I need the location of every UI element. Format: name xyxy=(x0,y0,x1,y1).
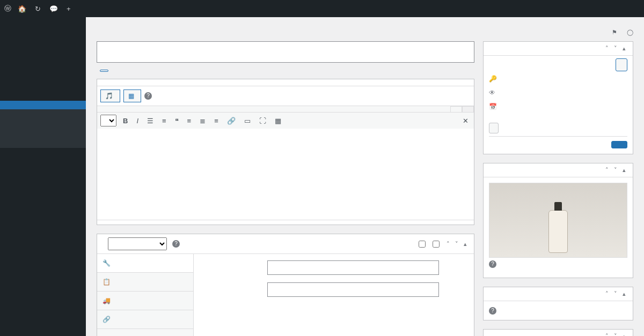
updates-link[interactable]: ↻ xyxy=(35,5,43,13)
italic-icon[interactable]: I xyxy=(134,116,141,126)
preview-changes-button[interactable] xyxy=(616,58,627,71)
sidebar-item-tools[interactable] xyxy=(0,203,86,211)
sidebar-item-users[interactable] xyxy=(0,194,86,203)
circle-icon: ◯ xyxy=(627,29,633,36)
comments-link[interactable]: 💬 xyxy=(49,5,60,13)
caret-icon[interactable]: ▴ xyxy=(621,333,627,336)
sidebar-item-feedback[interactable] xyxy=(0,80,86,89)
downloadable-checkbox[interactable] xyxy=(433,241,440,248)
tab-inventory[interactable]: 📋 xyxy=(97,273,193,292)
paragraph-select[interactable] xyxy=(100,115,116,126)
chevron-up-icon[interactable]: ˄ xyxy=(604,167,610,174)
sidebar-sub-tags[interactable] xyxy=(0,129,86,135)
virtual-checkbox-label xyxy=(417,241,426,248)
toolbar-toggle-icon[interactable]: ▦ xyxy=(273,116,283,126)
bold-icon[interactable]: B xyxy=(121,116,130,126)
product-image-panel: ˄˅▴ ? xyxy=(483,163,633,278)
tab-attributes[interactable]: ▤ xyxy=(97,329,193,336)
virtual-checkbox[interactable] xyxy=(419,241,426,248)
sidebar-item-woocommerce[interactable] xyxy=(0,92,86,101)
sidebar-item-marketing[interactable] xyxy=(0,165,86,174)
chevron-down-icon[interactable]: ˅ xyxy=(612,45,619,52)
format-toolbar: B I ☰ ≡ ❝ ≡ ≣ ≡ 🔗 ▭ ⛶ ▦ ✕ xyxy=(97,113,474,129)
sidebar-item-settings[interactable] xyxy=(0,211,86,220)
sidebar-item-mailpoet[interactable] xyxy=(0,72,86,80)
chevron-down-icon[interactable]: ˅ xyxy=(612,333,619,336)
align-left-icon[interactable]: ≡ xyxy=(185,116,194,126)
finish-setup-button[interactable]: ◯ xyxy=(627,29,633,37)
numbered-list-icon[interactable]: ≡ xyxy=(160,116,169,126)
edit-permalink-button[interactable] xyxy=(100,70,108,72)
bullet-list-icon[interactable]: ☰ xyxy=(145,116,156,126)
help-icon[interactable]: ? xyxy=(489,260,496,268)
align-right-icon[interactable]: ≡ xyxy=(212,116,221,126)
sidebar-sub-reviews[interactable] xyxy=(0,141,86,148)
sidebar-item-products[interactable] xyxy=(0,101,86,109)
description-panel: 🎵 ▦ ? B I ☰ ≡ ❝ xyxy=(97,79,474,225)
permalink-row xyxy=(97,66,474,79)
activity-button[interactable]: ⚑ xyxy=(612,29,617,37)
key-icon: 🔑 xyxy=(489,75,497,83)
chevron-down-icon[interactable]: ˅ xyxy=(453,241,460,248)
sidebar-item-media[interactable] xyxy=(0,46,86,55)
sidebar-item-jetpack[interactable] xyxy=(0,26,86,34)
add-media-button[interactable]: 🎵 xyxy=(100,89,120,102)
tab-linked[interactable]: 🔗 xyxy=(97,310,193,329)
distraction-free-icon[interactable]: ✕ xyxy=(460,116,471,126)
sidebar-item-pages[interactable] xyxy=(0,55,86,63)
wp-logo[interactable]: ⓦ xyxy=(4,4,11,13)
sidebar-sub-add-new[interactable] xyxy=(0,116,86,122)
site-name-link[interactable]: 🏠 xyxy=(18,5,28,13)
more-icon[interactable]: ▭ xyxy=(242,116,253,126)
caret-icon[interactable]: ▴ xyxy=(621,45,627,52)
help-icon[interactable]: ? xyxy=(144,92,152,100)
sidebar-item-analytics[interactable] xyxy=(0,156,86,165)
chevron-up-icon[interactable]: ˄ xyxy=(445,241,451,248)
sidebar-sub-categories[interactable] xyxy=(0,122,86,129)
product-title-input[interactable] xyxy=(97,41,474,63)
chevron-up-icon[interactable]: ˄ xyxy=(604,45,610,52)
tab-shipping[interactable]: 🚚 xyxy=(97,292,193,310)
tab-general[interactable]: 🔧 xyxy=(97,254,193,273)
fullscreen-icon[interactable]: ⛶ xyxy=(257,116,268,126)
description-editor[interactable] xyxy=(97,129,474,220)
chevron-down-icon[interactable]: ˅ xyxy=(612,290,619,297)
clear-cache-button[interactable] xyxy=(489,123,499,133)
align-center-icon[interactable]: ≣ xyxy=(197,116,208,126)
text-tab[interactable] xyxy=(462,106,474,112)
eye-icon: 👁 xyxy=(489,89,497,96)
chevron-up-icon[interactable]: ˄ xyxy=(604,333,610,336)
calendar-icon: 📅 xyxy=(489,103,497,110)
publish-panel: ˄˅▴ 🔑 👁 📅 xyxy=(483,41,633,154)
sidebar-sub-attributes[interactable] xyxy=(0,135,86,141)
chevron-up-icon[interactable]: ˄ xyxy=(604,290,610,297)
sidebar-item-comments[interactable] xyxy=(0,63,86,72)
link-icon[interactable]: 🔗 xyxy=(225,116,238,126)
sidebar-item-appearance[interactable] xyxy=(0,177,86,185)
product-image-thumbnail[interactable] xyxy=(489,183,627,258)
help-icon[interactable]: ? xyxy=(489,307,496,315)
clipboard-icon: 📋 xyxy=(103,278,111,286)
sidebar-item-dashboard[interactable] xyxy=(0,17,86,26)
regular-price-input[interactable] xyxy=(267,260,439,275)
sidebar-item-plugins[interactable] xyxy=(0,185,86,194)
flag-icon: ⚑ xyxy=(612,29,617,36)
caret-icon[interactable]: ▴ xyxy=(621,290,627,297)
add-contact-form-button[interactable]: ▦ xyxy=(123,89,141,102)
main-content: ⚑ ◯ 🎵 ▦ xyxy=(86,17,644,336)
caret-icon[interactable]: ▴ xyxy=(462,241,469,248)
sale-price-input[interactable] xyxy=(267,282,439,297)
sidebar-item-collapse[interactable] xyxy=(0,220,86,228)
downloadable-checkbox-label xyxy=(431,241,440,248)
quote-icon[interactable]: ❝ xyxy=(173,116,181,126)
visual-tab[interactable] xyxy=(450,106,462,112)
sidebar-sub-all-products[interactable] xyxy=(0,109,86,116)
new-content-link[interactable]: + xyxy=(67,5,73,13)
sidebar-item-payments[interactable] xyxy=(0,148,86,156)
chevron-down-icon[interactable]: ˅ xyxy=(612,167,619,174)
sidebar-item-posts[interactable] xyxy=(0,38,86,46)
caret-icon[interactable]: ▴ xyxy=(621,167,627,174)
update-button[interactable] xyxy=(611,141,627,148)
help-icon[interactable]: ? xyxy=(172,240,180,248)
product-type-select[interactable] xyxy=(108,237,167,250)
